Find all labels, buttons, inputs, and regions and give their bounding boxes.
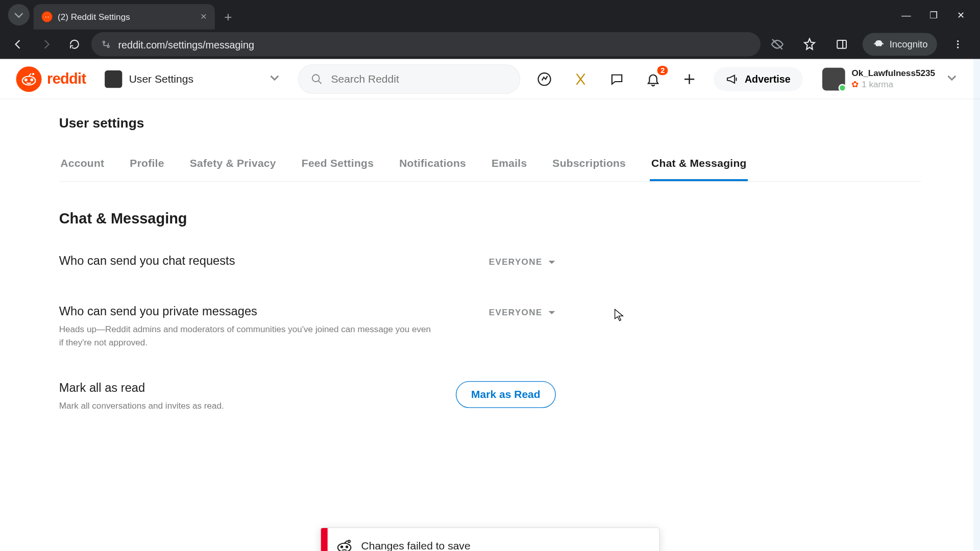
megaphone-icon: [726, 72, 739, 85]
url-text: reddit.com/settings/messaging: [118, 39, 254, 50]
reddit-sad-icon: [328, 537, 361, 551]
advertise-label: Advertise: [745, 73, 791, 84]
tab-bar: (2) Reddit Settings × + — ❐ ✕: [0, 0, 980, 30]
user-name: Ok_Lawfulness5235: [851, 67, 935, 79]
site-info-icon[interactable]: [101, 39, 111, 49]
reload-button[interactable]: [63, 33, 86, 56]
toast-stripe: [321, 528, 328, 551]
svg-point-10: [957, 43, 959, 45]
user-menu[interactable]: Ok_Lawfulness5235 ✿ 1 karma: [815, 64, 964, 94]
close-tab-icon[interactable]: ×: [201, 11, 207, 23]
svg-point-22: [341, 546, 342, 547]
tab-subscriptions[interactable]: Subscriptions: [551, 149, 627, 181]
forward-button[interactable]: [35, 33, 58, 56]
reddit-header: reddit User Settings 2 Advertise: [0, 59, 980, 99]
notification-badge: 2: [657, 65, 668, 74]
address-bar[interactable]: reddit.com/settings/messaging: [91, 32, 761, 56]
chevron-down-icon: [270, 73, 279, 85]
svg-point-16: [312, 74, 320, 82]
svg-point-23: [346, 546, 348, 547]
tab-account[interactable]: Account: [59, 149, 106, 181]
maximize-button[interactable]: ❐: [929, 9, 938, 20]
mark-as-read-button[interactable]: Mark as Read: [456, 381, 556, 408]
reddit-logo[interactable]: reddit: [16, 66, 86, 92]
side-panel-icon[interactable]: [830, 33, 853, 56]
notifications-icon[interactable]: 2: [641, 67, 665, 91]
presence-indicator: [838, 84, 846, 92]
browser-chrome: (2) Reddit Settings × + — ❐ ✕ reddit.com…: [0, 0, 980, 59]
setting-description: Mark all conversations and invites as re…: [59, 399, 435, 412]
tab-chat-messaging[interactable]: Chat & Messaging: [650, 149, 748, 181]
avatar-icon: [105, 70, 122, 87]
browser-menu-icon[interactable]: [946, 33, 969, 56]
reddit-wordmark: reddit: [47, 70, 86, 87]
chat-requests-dropdown[interactable]: EVERYONE: [489, 254, 556, 267]
svg-point-11: [957, 46, 959, 48]
chat-icon[interactable]: [605, 67, 629, 91]
tab-notifications[interactable]: Notifications: [398, 149, 468, 181]
address-bar-row: reddit.com/settings/messaging Incognito: [0, 30, 980, 59]
advertise-button[interactable]: Advertise: [714, 67, 802, 91]
toast-message: Changes failed to save: [361, 540, 471, 551]
svg-point-3: [47, 17, 48, 18]
tab-safety-privacy[interactable]: Safety & Privacy: [188, 149, 277, 181]
scrollbar[interactable]: [973, 59, 980, 550]
caret-down-icon: [548, 258, 556, 266]
popular-icon[interactable]: [532, 67, 556, 91]
section-title: Chat & Messaging: [59, 210, 921, 228]
reddit-favicon: [42, 11, 53, 22]
private-messages-dropdown[interactable]: EVERYONE: [489, 305, 556, 317]
caret-down-icon: [548, 308, 556, 316]
svg-point-24: [348, 540, 350, 542]
setting-label: Mark all as read: [59, 381, 439, 395]
chevron-down-icon: [947, 73, 957, 85]
coins-icon[interactable]: [569, 67, 593, 91]
tab-search-button[interactable]: [8, 4, 30, 26]
eye-off-icon[interactable]: [766, 33, 789, 56]
setting-private-messages: Who can send you private messages Heads …: [59, 305, 556, 349]
browser-tab[interactable]: (2) Reddit Settings ×: [34, 4, 215, 30]
tab-feed-settings[interactable]: Feed Settings: [300, 149, 375, 181]
new-tab-button[interactable]: +: [215, 4, 241, 30]
minimize-button[interactable]: —: [901, 9, 911, 20]
svg-point-18: [538, 72, 551, 85]
community-dropdown-label: User Settings: [129, 73, 193, 85]
settings-content: User settings AccountProfileSafety & Pri…: [0, 99, 980, 461]
svg-point-9: [957, 40, 959, 42]
svg-rect-7: [837, 40, 846, 48]
community-dropdown[interactable]: User Settings: [98, 66, 286, 92]
close-window-button[interactable]: ✕: [957, 9, 965, 20]
svg-point-1: [43, 13, 50, 20]
setting-label: Who can send you chat requests: [59, 254, 473, 268]
tab-emails[interactable]: Emails: [490, 149, 528, 181]
settings-tabs: AccountProfileSafety & PrivacyFeed Setti…: [59, 149, 921, 182]
search-input[interactable]: [331, 73, 507, 85]
back-button[interactable]: [7, 33, 30, 56]
setting-label: Who can send you private messages: [59, 305, 473, 319]
bookmark-icon[interactable]: [798, 33, 821, 56]
error-toast: Changes failed to save: [320, 528, 659, 551]
svg-point-12: [24, 78, 28, 81]
svg-point-4: [103, 41, 105, 43]
incognito-chip[interactable]: Incognito: [863, 33, 937, 56]
setting-chat-requests: Who can send you chat requests EVERYONE: [59, 254, 556, 272]
incognito-label: Incognito: [890, 39, 928, 49]
tab-title: (2) Reddit Settings: [58, 12, 130, 22]
svg-line-17: [318, 80, 322, 83]
karma-icon: ✿: [851, 79, 859, 90]
setting-mark-read: Mark all as read Mark all conversations …: [59, 381, 556, 412]
svg-point-15: [32, 72, 34, 74]
svg-point-2: [45, 17, 46, 18]
create-post-icon[interactable]: [677, 67, 701, 91]
search-box[interactable]: [298, 64, 521, 94]
setting-description: Heads up—Reddit admins and moderators of…: [59, 323, 435, 349]
user-avatar: [822, 67, 845, 90]
tab-profile[interactable]: Profile: [129, 149, 166, 181]
search-icon: [311, 72, 323, 85]
page-title: User settings: [59, 115, 921, 131]
reddit-logo-icon: [16, 66, 42, 92]
svg-point-13: [30, 78, 33, 81]
user-karma: ✿ 1 karma: [851, 79, 935, 90]
window-controls: — ❐ ✕: [901, 0, 980, 30]
